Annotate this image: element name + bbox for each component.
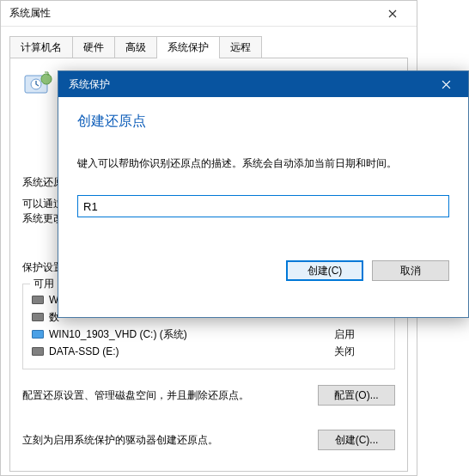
system-protect-icon <box>22 70 55 98</box>
close-icon[interactable] <box>427 71 465 97</box>
configure-text: 配置还原设置、管理磁盘空间，并且删除还原点。 <box>22 388 308 403</box>
cancel-button[interactable]: 取消 <box>372 260 449 281</box>
dialog-description: 键入可以帮助你识别还原点的描述。系统会自动添加当前日期和时间。 <box>77 156 449 171</box>
tab-remote[interactable]: 远程 <box>220 36 262 58</box>
create-button[interactable]: 创建(C) <box>286 260 363 281</box>
create-button[interactable]: 创建(C)... <box>318 430 395 450</box>
tab-strip: 计算机名 硬件 高级 系统保护 远程 <box>1 27 417 58</box>
sysprop-title: 系统属性 <box>9 6 51 21</box>
tab-computer-name[interactable]: 计算机名 <box>9 36 73 58</box>
create-restore-point-dialog: 系统保护 创建还原点 键入可以帮助你识别还原点的描述。系统会自动添加当前日期和时… <box>58 70 469 318</box>
table-row[interactable]: DATA-SSD (E:) 关闭 <box>32 343 386 360</box>
dialog-body: 创建还原点 键入可以帮助你识别还原点的描述。系统会自动添加当前日期和时间。 创建… <box>58 97 468 295</box>
drive-icon <box>32 347 44 356</box>
table-row[interactable]: WIN10_1903_VHD (C:) (系统) 启用 <box>32 326 386 343</box>
drive-status: 关闭 <box>334 345 386 359</box>
tab-advanced[interactable]: 高级 <box>115 36 157 58</box>
dialog-title: 系统保护 <box>69 77 110 92</box>
drive-icon <box>32 330 44 339</box>
drive-icon <box>32 313 44 321</box>
drive-name: DATA-SSD (E:) <box>49 345 334 357</box>
close-icon[interactable] <box>375 2 410 26</box>
drive-icon <box>32 296 44 304</box>
tab-system-protection[interactable]: 系统保护 <box>157 36 220 58</box>
available-drives-legend: 可用 <box>30 277 58 291</box>
tab-hardware[interactable]: 硬件 <box>73 36 115 58</box>
dialog-heading: 创建还原点 <box>77 113 449 131</box>
drive-name: WIN10_1903_VHD (C:) (系统) <box>49 327 334 342</box>
restore-point-name-input[interactable] <box>77 195 449 217</box>
configure-button[interactable]: 配置(O)... <box>318 385 395 406</box>
dialog-titlebar: 系统保护 <box>58 71 468 97</box>
create-text: 立刻为启用系统保护的驱动器创建还原点。 <box>22 433 308 448</box>
sysprop-titlebar: 系统属性 <box>1 1 417 27</box>
drive-status: 启用 <box>334 327 386 342</box>
